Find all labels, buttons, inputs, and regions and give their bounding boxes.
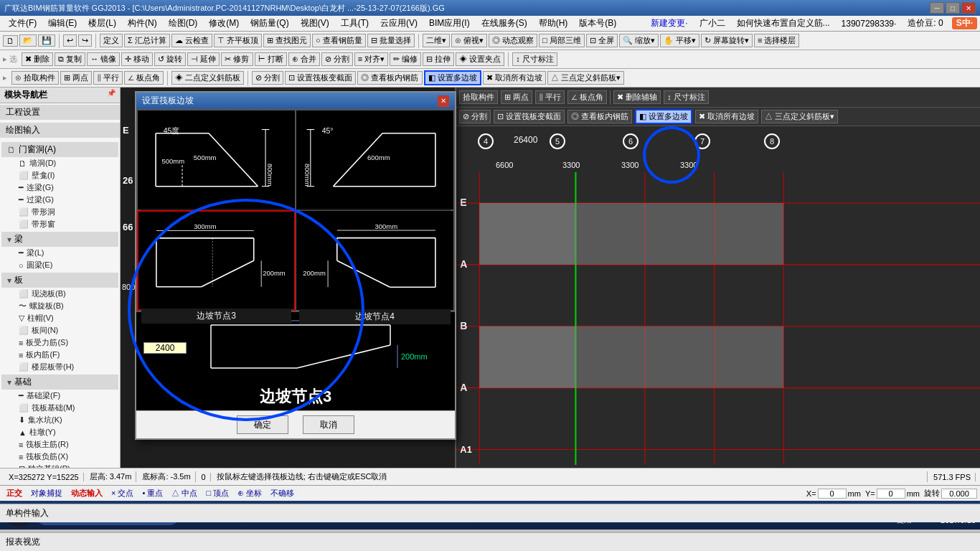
parallel-button[interactable]: ∥ 平行 bbox=[93, 71, 123, 85]
split2-button[interactable]: ⊘ 分割 bbox=[252, 71, 283, 85]
sidebar-pin-icon[interactable]: 📌 bbox=[107, 89, 116, 101]
node-cell-2[interactable]: 45° 600mm 800mm bbox=[296, 110, 454, 210]
find-element-button[interactable]: ⊞ 查找图元 bbox=[263, 34, 311, 47]
set-grip-button[interactable]: ◈ 设置夹点 bbox=[456, 52, 504, 66]
sidebar-item-column-pier[interactable]: ▲柱墩(Y) bbox=[7, 426, 118, 438]
menu-view[interactable]: 视图(V) bbox=[295, 16, 335, 31]
edit-button[interactable]: ✏ 编修 bbox=[390, 52, 421, 66]
x-input[interactable] bbox=[818, 489, 847, 499]
menu-floor[interactable]: 楼层(L) bbox=[83, 16, 122, 31]
set-slab-section-button[interactable]: ⊡ 设置筏板变截面 bbox=[285, 71, 356, 85]
pick-component-button[interactable]: ⊙ 拾取构件 bbox=[11, 71, 59, 85]
sidebar-item-wall-door[interactable]: 🗋墙洞(D) bbox=[7, 157, 118, 169]
two-pt-button[interactable]: ⊞ 两点 bbox=[501, 90, 532, 104]
close-button[interactable]: ✕ bbox=[961, 2, 976, 14]
pan-button[interactable]: ✋ 平移▾ bbox=[660, 34, 699, 47]
select-floor-button[interactable]: ≡ 选择楼层 bbox=[754, 34, 799, 47]
two-point-button[interactable]: ⊞ 两点 bbox=[60, 71, 92, 85]
sidebar-item-beam-group[interactable]: ▾ 梁 bbox=[1, 232, 118, 247]
window-controls[interactable]: ─ □ ✕ bbox=[930, 2, 976, 14]
split-button[interactable]: ⊘ 分割 bbox=[321, 52, 353, 66]
set-multi-slope-r-btn[interactable]: ◧ 设置多边坡 bbox=[635, 109, 692, 124]
set-multi-slope-button[interactable]: ◧ 设置多边坡 bbox=[424, 70, 481, 85]
mirror-button[interactable]: ↔ 镜像 bbox=[87, 52, 120, 66]
sidebar-item-slab-group[interactable]: ▾ 板 bbox=[1, 273, 118, 288]
pick-part-button[interactable]: 拾取构件 bbox=[459, 90, 498, 104]
fullscreen-button[interactable]: ⊡ 全屏 bbox=[586, 34, 618, 47]
sidebar-item-sump[interactable]: ⬇集水坑(K) bbox=[7, 414, 118, 426]
menu-component[interactable]: 构件(N) bbox=[122, 16, 163, 31]
screen-rotate-button[interactable]: ↻ 屏幕旋转▾ bbox=[701, 34, 753, 47]
cancel-button[interactable]: 取消 bbox=[303, 415, 354, 434]
menu-price[interactable]: 造价豆: 0 bbox=[902, 16, 948, 31]
define-button[interactable]: 定义 bbox=[100, 34, 123, 47]
cloud-check-button[interactable]: ☁ 云检查 bbox=[171, 34, 212, 47]
node-cell-1[interactable]: 45度 500mm 800mm bbox=[137, 110, 296, 210]
modal-dialog[interactable]: 设置筏板边坡 ✕ 45度 500mm bbox=[135, 91, 456, 440]
plate-point-angle-button[interactable]: ∠ 板点角 bbox=[124, 71, 164, 85]
view-inner-rebar-button[interactable]: ◎ 查看板内钢筋 bbox=[357, 71, 422, 85]
add-rebar-button[interactable]: ◈ 二点定义斜筋板 bbox=[171, 71, 244, 85]
confirm-button[interactable]: 确定 bbox=[237, 415, 288, 434]
modal-close-button[interactable]: ✕ bbox=[438, 95, 449, 107]
top-view-button[interactable]: ⊙ 俯视▾ bbox=[451, 34, 487, 47]
osnap-button[interactable]: 对象捕捉 bbox=[27, 487, 66, 499]
sidebar-item-found-beam[interactable]: ━基础梁(F) bbox=[7, 390, 118, 402]
move-button[interactable]: ✛ 移动 bbox=[121, 52, 153, 66]
menu-draw[interactable]: 绘图(D) bbox=[163, 16, 204, 31]
view-rebar-button[interactable]: ○ 查看钢筋量 bbox=[312, 34, 366, 47]
angle-btn[interactable]: ∠ 板点角 bbox=[567, 90, 607, 104]
minimize-button[interactable]: ─ bbox=[930, 2, 944, 14]
local-3d-button[interactable]: □ 局部三维 bbox=[539, 34, 585, 47]
sidebar-item-beam-l[interactable]: ━梁(L) bbox=[7, 247, 118, 259]
sidebar-item-cast-slab[interactable]: ⬜现浇板(B) bbox=[7, 288, 118, 300]
open-button[interactable]: 📂 bbox=[19, 34, 37, 47]
midpoint-button[interactable]: △ 中点 bbox=[168, 487, 201, 499]
sidebar-item-raft-main-rebar[interactable]: ≡筏板主筋(R) bbox=[7, 438, 118, 451]
dim-label-r-btn[interactable]: ↕ 尺寸标注 bbox=[664, 90, 709, 104]
new-button[interactable]: 🗋 bbox=[3, 35, 18, 47]
menu-help[interactable]: 帮助(H) bbox=[533, 16, 574, 31]
node-cell-3[interactable]: 300mm 200mm 边坡节点3 bbox=[137, 210, 296, 311]
intersect-button[interactable]: × 交点 bbox=[108, 487, 137, 499]
merge-button[interactable]: ⊕ 合并 bbox=[288, 52, 320, 66]
maximize-button[interactable]: □ bbox=[946, 2, 960, 14]
rotate-input[interactable] bbox=[941, 489, 977, 499]
align-button[interactable]: ≡ 对齐▾ bbox=[354, 52, 388, 66]
vertex-button[interactable]: □ 顶点 bbox=[202, 487, 232, 499]
align-top-button[interactable]: ⊤ 齐平板顶 bbox=[214, 34, 262, 47]
dim-label-button[interactable]: ↕ 尺寸标注 bbox=[512, 52, 557, 66]
sidebar-item-lintel[interactable]: ━过梁(G) bbox=[7, 194, 118, 206]
delete-button[interactable]: ✖ 删除 bbox=[22, 52, 53, 66]
undo-button[interactable]: ↩ bbox=[63, 34, 77, 47]
menu-tools[interactable]: 工具(T) bbox=[335, 16, 374, 31]
menu-rebar[interactable]: 钢筋量(Q) bbox=[245, 16, 294, 31]
stretch-button[interactable]: ⊟ 拉伸 bbox=[423, 52, 454, 66]
mid-point-button[interactable]: • 重点 bbox=[138, 487, 166, 499]
coord-button[interactable]: ⊕ 坐标 bbox=[234, 487, 265, 499]
sidebar-item-raft-found[interactable]: ⬜筏板基础(M) bbox=[7, 402, 118, 414]
sidebar-item-coupling-beam[interactable]: ━连梁(G) bbox=[7, 182, 118, 194]
menu-phone[interactable]: 13907298339· bbox=[836, 17, 903, 30]
trim-button[interactable]: ✂ 修剪 bbox=[221, 52, 253, 66]
menu-version[interactable]: 版本号(B) bbox=[573, 16, 622, 31]
redo-button[interactable]: ↪ bbox=[78, 34, 92, 47]
zoom-button[interactable]: 🔍 缩放▾ bbox=[619, 34, 659, 47]
sum-button[interactable]: Σ 汇总计算 bbox=[124, 34, 170, 47]
save-button[interactable]: 💾 bbox=[38, 34, 55, 47]
cancel-all-slopes-button[interactable]: ✖ 取消所有边坡 bbox=[483, 71, 546, 85]
sidebar-item-slab-rebar-f[interactable]: ≡板内筋(F) bbox=[7, 349, 118, 361]
view-inner-r-btn[interactable]: ◎ 查看板内钢筋 bbox=[567, 110, 632, 123]
sidebar-item-project-settings[interactable]: 工程设置 bbox=[0, 105, 120, 120]
set-section-r-btn[interactable]: ⊡ 设置筏板变截面 bbox=[494, 110, 565, 123]
node-cell-4[interactable]: 300mm 200mm 边坡节点4 bbox=[296, 210, 454, 311]
menu-bim[interactable]: BIM应用(I) bbox=[423, 16, 476, 31]
sidebar-item-slab-rebar-s[interactable]: ≡板受力筋(S) bbox=[7, 336, 118, 349]
copy-button[interactable]: ⧉ 复制 bbox=[55, 52, 85, 66]
delete-aux-btn[interactable]: ✖ 删除辅轴 bbox=[613, 90, 661, 104]
batch-select-button[interactable]: ⊟ 批量选择 bbox=[367, 34, 415, 47]
sidebar-item-drawing-input[interactable]: 绘图输入 bbox=[0, 123, 120, 138]
sidebar-item-column-cap[interactable]: ▽柱帽(V) bbox=[7, 312, 118, 324]
menu-gfd[interactable]: 广小二 bbox=[694, 16, 731, 31]
sidebar-item-strip-window[interactable]: ⬜带形窗 bbox=[7, 218, 118, 230]
